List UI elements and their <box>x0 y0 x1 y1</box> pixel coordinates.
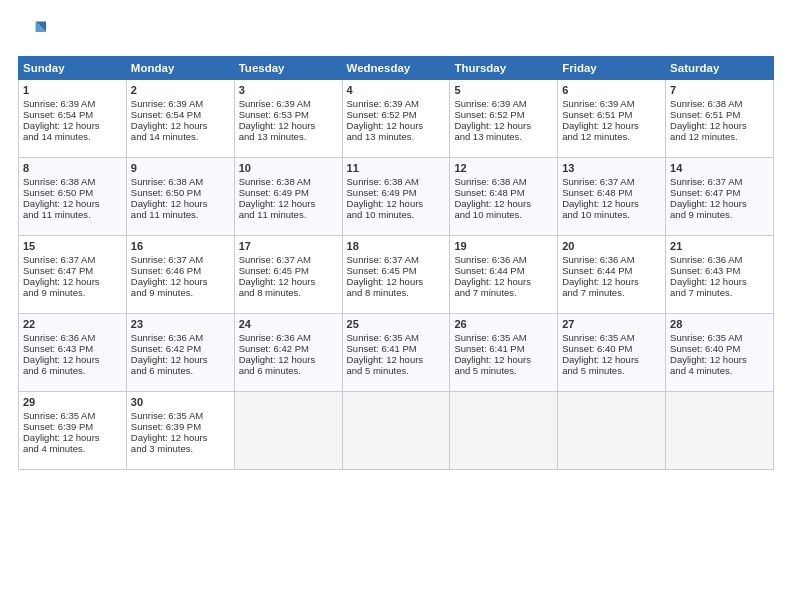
daylight-minutes: and 9 minutes. <box>131 287 193 298</box>
sunset-text: Sunset: 6:49 PM <box>347 187 417 198</box>
calendar-cell: 16Sunrise: 6:37 AMSunset: 6:46 PMDayligh… <box>126 236 234 314</box>
daylight-minutes: and 13 minutes. <box>347 131 415 142</box>
daylight-label: Daylight: 12 hours <box>131 354 208 365</box>
calendar-cell: 8Sunrise: 6:38 AMSunset: 6:50 PMDaylight… <box>19 158 127 236</box>
daylight-minutes: and 6 minutes. <box>131 365 193 376</box>
sunset-text: Sunset: 6:40 PM <box>562 343 632 354</box>
sunrise-text: Sunrise: 6:37 AM <box>239 254 311 265</box>
sunrise-text: Sunrise: 6:38 AM <box>23 176 95 187</box>
sunrise-text: Sunrise: 6:38 AM <box>454 176 526 187</box>
th-thursday: Thursday <box>450 57 558 80</box>
sunset-text: Sunset: 6:47 PM <box>670 187 740 198</box>
daylight-label: Daylight: 12 hours <box>131 432 208 443</box>
day-number: 19 <box>454 240 553 252</box>
calendar-cell: 30Sunrise: 6:35 AMSunset: 6:39 PMDayligh… <box>126 392 234 470</box>
calendar-cell: 17Sunrise: 6:37 AMSunset: 6:45 PMDayligh… <box>234 236 342 314</box>
calendar-cell: 20Sunrise: 6:36 AMSunset: 6:44 PMDayligh… <box>558 236 666 314</box>
calendar-cell <box>666 392 774 470</box>
logo-icon <box>18 18 46 46</box>
sunrise-text: Sunrise: 6:37 AM <box>670 176 742 187</box>
sunrise-text: Sunrise: 6:39 AM <box>239 98 311 109</box>
day-number: 6 <box>562 84 661 96</box>
daylight-label: Daylight: 12 hours <box>454 354 531 365</box>
daylight-minutes: and 8 minutes. <box>239 287 301 298</box>
day-number: 14 <box>670 162 769 174</box>
calendar-cell: 9Sunrise: 6:38 AMSunset: 6:50 PMDaylight… <box>126 158 234 236</box>
daylight-label: Daylight: 12 hours <box>23 276 100 287</box>
th-friday: Friday <box>558 57 666 80</box>
day-number: 23 <box>131 318 230 330</box>
sunset-text: Sunset: 6:45 PM <box>239 265 309 276</box>
day-number: 9 <box>131 162 230 174</box>
sunset-text: Sunset: 6:42 PM <box>239 343 309 354</box>
sunset-text: Sunset: 6:51 PM <box>670 109 740 120</box>
th-sunday: Sunday <box>19 57 127 80</box>
sunrise-text: Sunrise: 6:38 AM <box>347 176 419 187</box>
sunrise-text: Sunrise: 6:35 AM <box>347 332 419 343</box>
calendar-cell: 4Sunrise: 6:39 AMSunset: 6:52 PMDaylight… <box>342 80 450 158</box>
calendar-cell: 6Sunrise: 6:39 AMSunset: 6:51 PMDaylight… <box>558 80 666 158</box>
daylight-label: Daylight: 12 hours <box>347 198 424 209</box>
sunset-text: Sunset: 6:41 PM <box>454 343 524 354</box>
daylight-label: Daylight: 12 hours <box>239 276 316 287</box>
calendar-cell: 23Sunrise: 6:36 AMSunset: 6:42 PMDayligh… <box>126 314 234 392</box>
daylight-minutes: and 10 minutes. <box>347 209 415 220</box>
sunset-text: Sunset: 6:44 PM <box>562 265 632 276</box>
day-number: 16 <box>131 240 230 252</box>
daylight-minutes: and 12 minutes. <box>670 131 738 142</box>
sunset-text: Sunset: 6:39 PM <box>23 421 93 432</box>
daylight-minutes: and 11 minutes. <box>239 209 307 220</box>
logo <box>18 18 50 46</box>
sunset-text: Sunset: 6:43 PM <box>670 265 740 276</box>
daylight-minutes: and 5 minutes. <box>454 365 516 376</box>
sunrise-text: Sunrise: 6:35 AM <box>23 410 95 421</box>
sunset-text: Sunset: 6:40 PM <box>670 343 740 354</box>
sunset-text: Sunset: 6:50 PM <box>23 187 93 198</box>
daylight-label: Daylight: 12 hours <box>454 198 531 209</box>
daylight-minutes: and 13 minutes. <box>239 131 307 142</box>
sunrise-text: Sunrise: 6:35 AM <box>562 332 634 343</box>
daylight-label: Daylight: 12 hours <box>23 120 100 131</box>
sunrise-text: Sunrise: 6:36 AM <box>454 254 526 265</box>
calendar-table: Sunday Monday Tuesday Wednesday Thursday… <box>18 56 774 470</box>
daylight-minutes: and 6 minutes. <box>239 365 301 376</box>
sunrise-text: Sunrise: 6:36 AM <box>23 332 95 343</box>
daylight-label: Daylight: 12 hours <box>562 120 639 131</box>
daylight-minutes: and 3 minutes. <box>131 443 193 454</box>
calendar-cell: 12Sunrise: 6:38 AMSunset: 6:48 PMDayligh… <box>450 158 558 236</box>
th-tuesday: Tuesday <box>234 57 342 80</box>
day-number: 10 <box>239 162 338 174</box>
daylight-minutes: and 9 minutes. <box>670 209 732 220</box>
daylight-minutes: and 10 minutes. <box>562 209 630 220</box>
calendar-cell: 29Sunrise: 6:35 AMSunset: 6:39 PMDayligh… <box>19 392 127 470</box>
sunset-text: Sunset: 6:53 PM <box>239 109 309 120</box>
sunset-text: Sunset: 6:43 PM <box>23 343 93 354</box>
daylight-label: Daylight: 12 hours <box>239 354 316 365</box>
calendar-cell: 10Sunrise: 6:38 AMSunset: 6:49 PMDayligh… <box>234 158 342 236</box>
sunrise-text: Sunrise: 6:36 AM <box>670 254 742 265</box>
daylight-label: Daylight: 12 hours <box>670 354 747 365</box>
calendar-week-3: 15Sunrise: 6:37 AMSunset: 6:47 PMDayligh… <box>19 236 774 314</box>
daylight-minutes: and 5 minutes. <box>562 365 624 376</box>
day-number: 29 <box>23 396 122 408</box>
daylight-minutes: and 6 minutes. <box>23 365 85 376</box>
daylight-label: Daylight: 12 hours <box>131 198 208 209</box>
daylight-minutes: and 4 minutes. <box>23 443 85 454</box>
sunrise-text: Sunrise: 6:39 AM <box>131 98 203 109</box>
calendar-cell: 21Sunrise: 6:36 AMSunset: 6:43 PMDayligh… <box>666 236 774 314</box>
calendar-cell: 15Sunrise: 6:37 AMSunset: 6:47 PMDayligh… <box>19 236 127 314</box>
daylight-label: Daylight: 12 hours <box>454 276 531 287</box>
sunrise-text: Sunrise: 6:36 AM <box>239 332 311 343</box>
day-number: 7 <box>670 84 769 96</box>
daylight-minutes: and 9 minutes. <box>23 287 85 298</box>
calendar-cell: 18Sunrise: 6:37 AMSunset: 6:45 PMDayligh… <box>342 236 450 314</box>
sunrise-text: Sunrise: 6:37 AM <box>23 254 95 265</box>
day-number: 3 <box>239 84 338 96</box>
daylight-minutes: and 12 minutes. <box>562 131 630 142</box>
calendar-body: 1Sunrise: 6:39 AMSunset: 6:54 PMDaylight… <box>19 80 774 470</box>
day-number: 27 <box>562 318 661 330</box>
day-number: 11 <box>347 162 446 174</box>
calendar-cell <box>234 392 342 470</box>
sunrise-text: Sunrise: 6:36 AM <box>562 254 634 265</box>
day-number: 26 <box>454 318 553 330</box>
